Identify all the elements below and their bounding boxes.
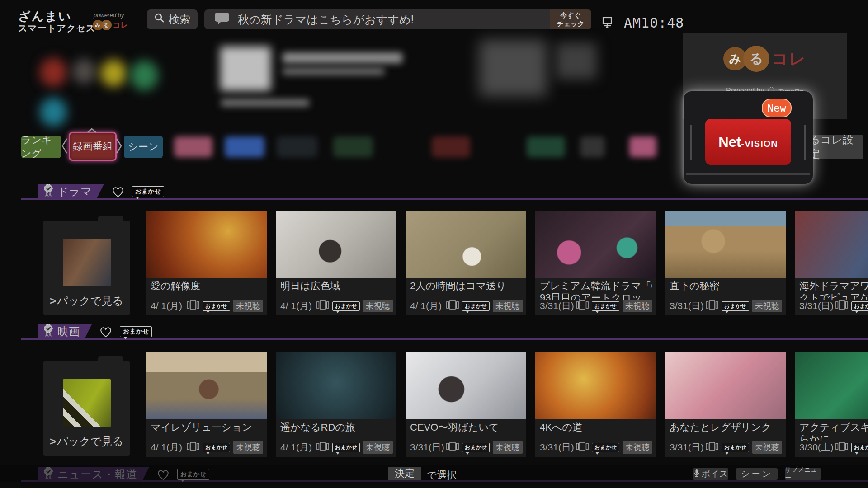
check-now-line1: 今すぐ <box>560 11 581 19</box>
card-info: 明日は広色域 4/ 1(月) おまかせ 未視聴 <box>276 278 396 315</box>
omakase-badge: おまかせ <box>851 443 868 452</box>
voice-key-hint: ボイス <box>693 468 728 480</box>
mirucolle-mini-logo: み る コレ <box>93 20 128 30</box>
tv-home-screen: ざんまい スマートアクセス powered by み る コレ 検索 秋の新ドラ… <box>0 0 868 488</box>
unwatched-badge: 未視聴 <box>363 300 393 312</box>
mirucolle-logo-text: コレ <box>771 48 807 70</box>
card-meta: 4/ 1(月) おまかせ 未視聴 <box>280 441 393 454</box>
unwatched-badge: 未視聴 <box>363 441 393 454</box>
blurred-app-icon <box>72 59 96 84</box>
content-card[interactable]: 4Kへの道 3/31(日) おまかせ 未視聴 <box>535 352 656 457</box>
card-title: 2人の時間はコマ送り <box>410 280 523 292</box>
blurred-tab[interactable] <box>225 136 264 157</box>
content-card[interactable]: 愛の解像度 4/ 1(月) おまかせ 未視聴 <box>146 211 267 315</box>
unwatched-badge: 未視聴 <box>623 441 652 454</box>
mirucolle-settings-button[interactable]: るコレ設定 <box>809 135 863 159</box>
content-card[interactable]: 明日は広色域 4/ 1(月) おまかせ 未視聴 <box>276 211 396 315</box>
chevron-right-icon[interactable] <box>115 137 123 157</box>
tab-ranking[interactable]: ランキング <box>21 136 61 158</box>
check-now-line2: チェック <box>557 19 584 28</box>
right-scroll-indicator <box>804 125 806 160</box>
pack-folder-drama[interactable]: >パックで見る <box>43 221 130 315</box>
network-status-icon <box>600 16 614 32</box>
blurred-content-block <box>479 40 547 96</box>
card-date: 4/ 1(月) <box>280 300 312 312</box>
blurred-tab[interactable] <box>629 136 656 157</box>
section-header-drama: ドラマ おまかせ <box>38 184 164 199</box>
card-meta: 3/30(土) おまかせ 未視聴 <box>799 441 868 454</box>
mirucolle-logo-circle: る <box>743 46 769 72</box>
card-date: 3/31(日) <box>410 441 444 454</box>
pack-label-text: パックで見る <box>57 435 123 447</box>
netvision-label-rest: -VISION <box>741 139 778 149</box>
tab-recorded-programs-selected[interactable]: 録画番組 <box>69 132 117 161</box>
content-card[interactable]: マイレゾリューション 4/ 1(月) おまかせ 未視聴 <box>146 352 267 457</box>
content-card[interactable]: あなたとレグザリンク 3/31(日) おまかせ 未視聴 <box>665 352 786 457</box>
omakase-badge: おまかせ <box>462 443 490 452</box>
app-logo-line2: スマートアクセス <box>18 22 95 34</box>
film-frames-icon <box>576 300 589 311</box>
mirucolle-logo: み る コレ <box>683 46 847 72</box>
card-info: あなたとレグザリンク 3/31(日) おまかせ 未視聴 <box>665 419 786 457</box>
tab-scene[interactable]: シーン <box>124 136 163 158</box>
new-badge: New <box>762 99 792 117</box>
content-card[interactable]: プレミアム韓流ドラマ「693日目のアートクロッ… 3/31(日) おまかせ 未視… <box>535 211 656 315</box>
chevron-left-icon[interactable] <box>61 137 68 157</box>
film-frames-icon <box>446 300 459 311</box>
card-date: 3/31(日) <box>540 300 574 312</box>
card-thumbnail <box>535 211 656 278</box>
omakase-badge: おまかせ <box>332 301 360 311</box>
card-info: 海外ドラマアワクトでピュアな 3/31(日) おまかせ 未視聴 <box>795 278 868 315</box>
recommendation-banner[interactable]: 秋の新ドラマはこちらがおすすめ! 今すぐ チェック <box>204 9 591 29</box>
unwatched-badge: 未視聴 <box>623 300 652 312</box>
unwatched-badge: 未視聴 <box>493 300 523 312</box>
card-title: アクティブスキらかに <box>799 422 868 441</box>
card-info: 遥かなるRDの旅 4/ 1(月) おまかせ 未視聴 <box>276 419 396 457</box>
card-meta: 3/31(日) おまかせ 未視聴 <box>670 300 782 312</box>
content-card[interactable]: 2人の時間はコマ送り 4/ 1(月) おまかせ 未視聴 <box>406 211 526 315</box>
netvision-app-button[interactable]: Net-VISION <box>705 119 791 165</box>
search-button[interactable]: 検索 <box>147 9 198 29</box>
omakase-badge: おまかせ <box>462 301 490 311</box>
chevron-up-icon[interactable] <box>87 127 97 135</box>
pack-folder-movie[interactable]: >パックで見る <box>43 361 130 456</box>
unwatched-badge: 未視聴 <box>493 441 523 454</box>
pack-thumbnail <box>63 379 111 427</box>
blurred-tab[interactable] <box>527 136 565 157</box>
content-card[interactable]: 海外ドラマアワクトでピュアな 3/31(日) おまかせ 未視聴 <box>795 211 868 315</box>
blurred-tab[interactable] <box>277 136 317 157</box>
card-date: 3/31(日) <box>670 300 704 312</box>
netvision-label-bold: Net <box>718 134 741 150</box>
blurred-app-icon <box>130 61 158 90</box>
speech-bubble-icon <box>214 12 230 27</box>
blurred-tab[interactable] <box>174 136 212 157</box>
content-card[interactable]: CEVO〜羽ばたいて 3/31(日) おまかせ 未視聴 <box>406 352 526 457</box>
award-ribbon-icon <box>43 183 54 200</box>
blurred-content-block <box>556 43 597 79</box>
card-meta: 3/31(日) おまかせ 未視聴 <box>799 300 868 312</box>
blurred-tab[interactable] <box>333 136 373 157</box>
content-card[interactable]: 遥かなるRDの旅 4/ 1(月) おまかせ 未視聴 <box>276 352 396 457</box>
content-card[interactable]: アクティブスキらかに 3/30(土) おまかせ 未視聴 <box>795 352 868 457</box>
card-thumbnail <box>795 211 868 278</box>
blurred-tab[interactable] <box>580 136 605 157</box>
blurred-text-line <box>221 99 309 106</box>
clock: AM10:48 <box>624 15 684 31</box>
card-thumbnail <box>795 352 868 419</box>
check-now-button[interactable]: 今すぐ チェック <box>550 9 591 29</box>
blurred-tab[interactable] <box>432 136 470 157</box>
card-meta: 4/ 1(月) おまかせ 未視聴 <box>410 300 523 312</box>
omakase-badge: おまかせ <box>332 443 360 452</box>
card-date: 3/31(日) <box>670 441 704 454</box>
card-title: 遥かなるRDの旅 <box>280 422 393 433</box>
card-date: 4/ 1(月) <box>151 300 182 312</box>
card-title: CEVO〜羽ばたいて <box>410 422 523 433</box>
pack-label-text: パックで見る <box>57 295 123 307</box>
section-title-block: 映画 <box>38 324 92 339</box>
content-card[interactable]: 直下の秘密 3/31(日) おまかせ 未視聴 <box>665 211 786 315</box>
film-frames-icon <box>706 442 718 453</box>
card-title: あなたとレグザリンク <box>670 422 782 433</box>
blurred-hero-thumbnail <box>220 47 271 91</box>
award-ribbon-icon <box>43 324 54 340</box>
card-date: 3/31(日) <box>799 300 834 312</box>
